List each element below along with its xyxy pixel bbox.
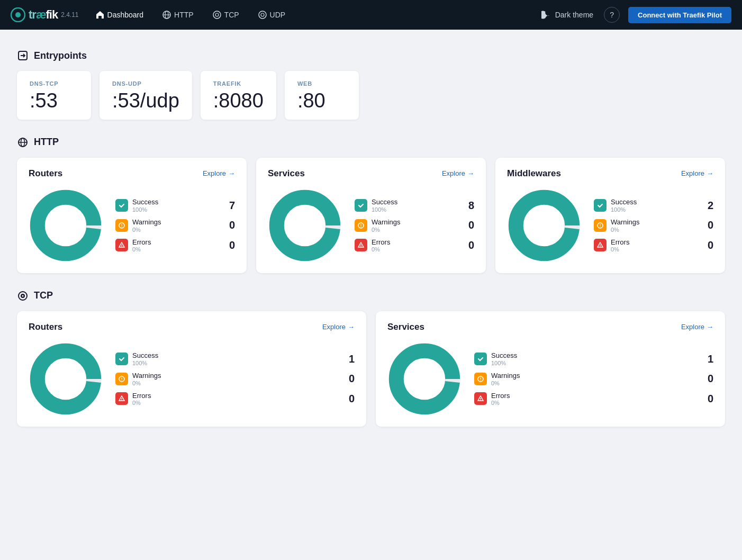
tcp-routers-title: Routers: [29, 322, 62, 332]
nav-tcp[interactable]: TCP: [205, 7, 247, 22]
svg-point-1: [15, 12, 21, 17]
tcp-section-icon: [17, 290, 29, 302]
error-icon: [474, 392, 487, 405]
svg-point-50: [408, 363, 441, 395]
nav-http[interactable]: HTTP: [155, 7, 201, 22]
svg-point-39: [22, 295, 24, 296]
svg-point-7: [259, 11, 266, 19]
tcp-header: TCP: [17, 290, 725, 302]
tcp-services-legend: Success 100% 1 Warnings 0% 0: [474, 351, 713, 406]
logo-text: træfik: [29, 8, 58, 22]
entry-card-web: WEB :80: [285, 71, 359, 120]
warning-icon: [594, 219, 607, 232]
svg-point-6: [215, 13, 219, 16]
svg-point-34: [600, 227, 600, 227]
svg-point-23: [288, 209, 321, 242]
http-cards-grid: Routers Explore →: [17, 158, 725, 273]
dark-theme-toggle[interactable]: Dark theme: [535, 7, 600, 23]
svg-point-20: [121, 247, 122, 247]
entry-value-3: :80: [297, 90, 346, 112]
svg-point-42: [49, 363, 82, 395]
http-services-legend: Success 100% 8 Warnings 0% 0: [355, 198, 474, 252]
entrypoints-title: Entrypoints: [34, 50, 87, 61]
error-icon: [594, 239, 607, 251]
success-icon: [115, 199, 128, 212]
entry-label-2: TRAEFIK: [213, 80, 264, 87]
http-routers-card: Routers Explore →: [17, 158, 247, 273]
svg-point-47: [121, 400, 122, 401]
http-middlewares-legend: Success 100% 2 Warnings 0% 0: [594, 198, 713, 252]
warning-icon: [474, 373, 487, 385]
version-label: 2.4.11: [61, 11, 78, 19]
entry-card-traefik: TRAEFIK :8080: [201, 71, 276, 120]
success-icon: [594, 199, 607, 212]
legend-success: Success 100% 7: [115, 198, 235, 213]
tcp-services-card: Services Explore →: [376, 311, 725, 427]
tcp-cards-grid: Routers Explore →: [17, 311, 725, 427]
http-title: HTTP: [34, 137, 59, 148]
http-services-explore[interactable]: Explore →: [442, 169, 474, 177]
entry-label-1: DNS-UDP: [112, 80, 179, 87]
success-icon: [115, 353, 128, 365]
entry-card-dns-tcp: DNS-TCP :53: [17, 71, 91, 120]
http-middlewares-donut: [507, 188, 581, 263]
help-button[interactable]: ?: [604, 7, 620, 23]
svg-point-31: [528, 209, 560, 242]
entrypoints-icon: [17, 50, 29, 61]
svg-point-55: [480, 400, 481, 401]
entry-value-1: :53/udp: [112, 90, 179, 112]
error-icon: [355, 239, 367, 251]
tcp-routers-explore[interactable]: Explore →: [322, 323, 355, 331]
svg-point-15: [49, 209, 82, 242]
tcp-services-donut: [387, 342, 462, 416]
error-icon: [115, 392, 128, 405]
warning-icon: [115, 373, 128, 385]
error-icon: [115, 239, 128, 251]
warning-icon: [355, 219, 367, 232]
tcp-routers-donut: [29, 342, 103, 416]
http-routers-explore[interactable]: Explore →: [203, 169, 235, 177]
tcp-services-title: Services: [387, 322, 424, 332]
connect-pilot-button[interactable]: Connect with Traefik Pilot: [628, 7, 731, 23]
svg-point-53: [480, 380, 481, 381]
tcp-icon: [213, 11, 221, 19]
svg-point-5: [213, 11, 221, 19]
entrypoints-grid: DNS-TCP :53 DNS-UDP :53/udp TRAEFIK :808…: [17, 71, 725, 120]
http-middlewares-title: Middlewares: [507, 168, 561, 179]
entrypoints-header: Entrypoints: [17, 50, 725, 61]
globe-icon: [162, 11, 171, 19]
navbar: træfik 2.4.11 Dashboard HTTP TCP UDP: [0, 0, 742, 30]
tcp-routers-card: Routers Explore →: [17, 311, 366, 427]
tcp-title: TCP: [34, 290, 53, 301]
svg-point-28: [360, 247, 361, 247]
tcp-routers-legend: Success 100% 1 Warnings 0% 0: [115, 351, 355, 406]
http-services-donut: [268, 188, 342, 263]
entry-card-dns-udp: DNS-UDP :53/udp: [99, 71, 192, 120]
http-routers-donut: [29, 188, 103, 263]
warning-icon: [115, 219, 128, 232]
nav-dashboard[interactable]: Dashboard: [88, 7, 151, 22]
success-icon: [355, 199, 367, 212]
http-icon: [17, 137, 29, 148]
entry-label-0: DNS-TCP: [30, 80, 78, 87]
http-routers-title: Routers: [29, 168, 62, 179]
nav-udp[interactable]: UDP: [251, 7, 293, 22]
entry-value-0: :53: [30, 90, 78, 112]
logo: træfik 2.4.11: [11, 7, 79, 22]
svg-point-36: [600, 247, 600, 247]
http-middlewares-explore[interactable]: Explore →: [681, 169, 713, 177]
svg-point-18: [121, 227, 122, 227]
svg-point-45: [121, 380, 122, 381]
udp-icon: [258, 11, 267, 19]
home-icon: [96, 11, 104, 19]
entry-label-3: WEB: [297, 80, 346, 87]
svg-point-8: [261, 13, 264, 16]
tcp-services-explore[interactable]: Explore →: [681, 323, 713, 331]
http-routers-legend: Success 100% 7 Warnings 0% 0: [115, 198, 235, 252]
svg-point-26: [360, 227, 361, 227]
entry-value-2: :8080: [213, 90, 264, 112]
http-services-card: Services Explore →: [256, 158, 486, 273]
legend-warning: Warnings 0% 0: [115, 218, 235, 233]
http-services-title: Services: [268, 168, 305, 179]
moon-icon: [541, 10, 551, 20]
